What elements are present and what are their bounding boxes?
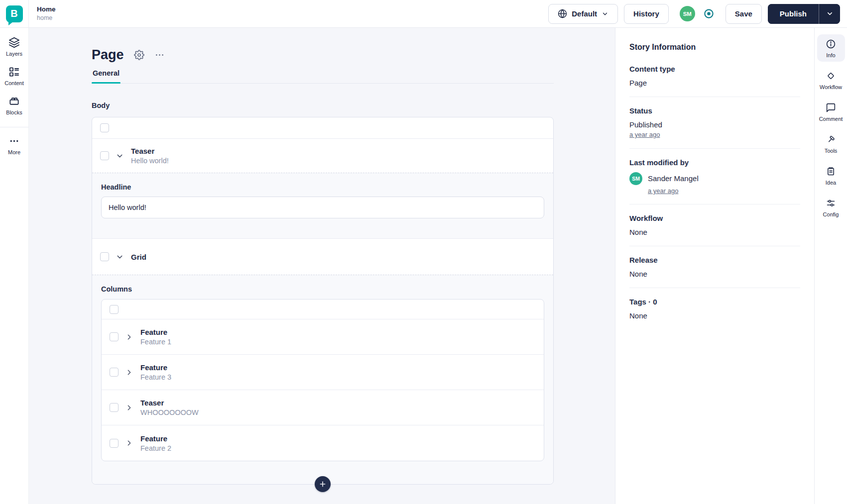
add-block-button[interactable] [315, 476, 331, 492]
teaser-expanded-panel: Headline [92, 173, 553, 239]
tags-section: Tags · 0 None [629, 298, 800, 320]
status-value: Published [629, 120, 800, 129]
block-subtitle: Feature 3 [140, 373, 171, 381]
block-checkbox[interactable] [110, 439, 119, 448]
grid-expanded-panel: Columns Feature Feature 1 [92, 275, 553, 484]
publish-button[interactable]: Publish [768, 4, 819, 24]
info-icon [826, 39, 836, 49]
workflow-label: Workflow [629, 214, 800, 222]
chevron-right-icon[interactable] [125, 333, 133, 341]
sidebar-item-blocks[interactable]: Blocks [6, 96, 22, 115]
panel-divider [629, 288, 800, 288]
storyblok-logo[interactable]: B [6, 5, 23, 22]
select-all-checkbox[interactable] [100, 123, 109, 132]
config-icon [826, 198, 836, 208]
select-all-checkbox[interactable] [110, 305, 119, 314]
modified-time-link[interactable]: a year ago [648, 187, 699, 195]
sidebar-item-content[interactable]: Content [4, 66, 24, 86]
block-row-teaser[interactable]: Teaser Hello world! [92, 139, 553, 173]
sidebar-divider [0, 127, 29, 127]
block-checkbox[interactable] [110, 332, 119, 341]
panel-divider [629, 148, 800, 149]
story-heading: Home home [29, 5, 56, 22]
history-button[interactable]: History [624, 4, 669, 24]
blocks-select-all-row [92, 117, 553, 139]
tab-general[interactable]: General [92, 69, 121, 83]
language-selector-button[interactable]: Default [548, 4, 618, 24]
language-selector-label: Default [572, 9, 597, 18]
logo-letter: B [10, 8, 17, 19]
editor-tabbar: General [92, 69, 554, 84]
blocks-icon [8, 96, 20, 107]
sidebar-item-more[interactable]: More [8, 135, 20, 155]
release-value: None [629, 270, 800, 278]
status-label: Status [629, 106, 800, 115]
idea-icon [826, 166, 836, 177]
chevron-down-icon [602, 10, 608, 17]
save-button-label: Save [735, 9, 752, 18]
save-button[interactable]: Save [726, 4, 762, 24]
ellipsis-icon[interactable] [154, 50, 165, 60]
tab-tools[interactable]: Tools [817, 130, 845, 157]
block-checkbox[interactable] [110, 403, 119, 412]
tab-info[interactable]: Info [817, 34, 845, 62]
tab-workflow[interactable]: Workflow [817, 66, 845, 94]
panel-divider [629, 97, 800, 97]
block-subtitle: WHOOOOOOOW [140, 408, 199, 416]
sidebar-item-layers[interactable]: Layers [6, 37, 22, 57]
block-checkbox[interactable] [100, 151, 109, 160]
panel-divider [629, 204, 800, 204]
block-row-feature-2[interactable]: Feature Feature 2 [102, 425, 544, 461]
left-sidebar: Layers Content Blocks More [0, 28, 29, 504]
content-icon [8, 66, 20, 78]
block-title: Feature [140, 363, 171, 372]
block-title: Teaser [140, 399, 199, 407]
block-row-grid[interactable]: Grid [92, 239, 553, 275]
release-label: Release [629, 256, 800, 264]
globe-icon [558, 9, 567, 18]
status-time-link[interactable]: a year ago [629, 131, 660, 138]
block-title: Grid [131, 253, 146, 261]
right-rail-label: Workflow [820, 84, 842, 90]
story-info-heading: Story Information [629, 43, 800, 52]
body-blocks-card: Teaser Hello world! Headline Gr [92, 117, 554, 485]
story-slug: home [37, 14, 56, 22]
right-rail-label: Idea [826, 180, 836, 186]
story-title: Home [37, 5, 56, 14]
comment-icon [826, 102, 836, 113]
workflow-icon [826, 71, 836, 81]
content-type-section: Content type Page [629, 65, 800, 87]
sidebar-item-label: Blocks [6, 109, 22, 115]
modified-by-name: Sander Mangel [648, 172, 699, 185]
tab-idea[interactable]: Idea [817, 162, 845, 189]
columns-field-label: Columns [101, 285, 544, 293]
block-row-feature-1[interactable]: Feature Feature 1 [102, 319, 544, 355]
block-subtitle: Feature 2 [140, 444, 171, 452]
chevron-right-icon[interactable] [125, 439, 133, 447]
right-rail-label: Comment [819, 116, 843, 122]
chevron-down-icon[interactable] [116, 152, 124, 160]
chevron-right-icon[interactable] [125, 403, 133, 412]
right-rail-label: Config [823, 211, 839, 217]
preview-toggle-icon[interactable] [703, 8, 715, 19]
gear-icon[interactable] [134, 50, 144, 60]
publish-options-button[interactable] [819, 4, 840, 24]
block-row-feature-3[interactable]: Feature Feature 3 [102, 355, 544, 390]
content-type-label: Content type [629, 65, 800, 73]
release-section: Release None [629, 256, 800, 278]
block-row-teaser-whoooooow[interactable]: Teaser WHOOOOOOOW [102, 390, 544, 425]
right-rail-label: Info [826, 52, 835, 58]
block-checkbox[interactable] [100, 252, 109, 261]
topbar: B Home home Default History SM [0, 0, 847, 28]
chevron-down-icon[interactable] [116, 253, 124, 261]
tab-config[interactable]: Config [817, 194, 845, 221]
sidebar-item-label: Content [4, 80, 24, 86]
chevron-right-icon[interactable] [125, 368, 133, 377]
right-sidebar: Info Workflow Comment Tools Idea [814, 28, 847, 504]
block-subtitle: Feature 1 [140, 338, 171, 346]
headline-input[interactable] [101, 197, 544, 218]
user-avatar[interactable]: SM [680, 6, 695, 21]
plus-icon [319, 480, 327, 488]
block-checkbox[interactable] [110, 368, 119, 377]
tab-comment[interactable]: Comment [817, 98, 845, 125]
